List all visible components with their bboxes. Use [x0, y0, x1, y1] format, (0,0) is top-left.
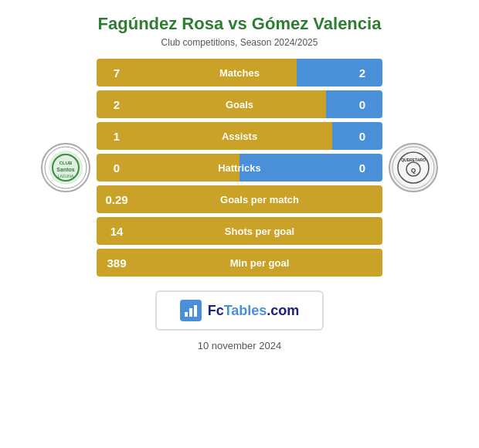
- stat-row-goals: 2 Goals 0: [97, 90, 382, 118]
- stat-row-assists: 1 Assists 0: [97, 122, 382, 150]
- stat-bar-mpg: Min per goal: [137, 249, 382, 277]
- stat-left-matches: 7: [97, 59, 137, 87]
- page: Fagúndez Rosa vs Gómez Valencia Club com…: [0, 0, 479, 448]
- fctables-text: FcTables.com: [208, 303, 300, 319]
- stat-left-assists: 1: [97, 122, 137, 150]
- match-title: Fagúndez Rosa vs Gómez Valencia: [98, 14, 382, 34]
- team-logo-right: QUERETARO Q: [382, 143, 444, 192]
- stat-label-hattricks: Hattricks: [137, 162, 342, 174]
- stat-right-assists: 0: [342, 122, 382, 150]
- stat-bar-goals: Goals: [137, 90, 342, 118]
- stat-left-goals: 2: [97, 90, 137, 118]
- svg-text:Santos: Santos: [56, 167, 74, 172]
- stats-section: CLUB Santos LAGUNA 7 Matches 2 2: [0, 59, 479, 277]
- stat-label-goals: Goals: [137, 99, 342, 110]
- stat-label-mpg: Min per goal: [137, 257, 382, 269]
- stat-right-goals: 0: [342, 90, 382, 118]
- stat-label-gpm: Goals per match: [137, 194, 382, 205]
- team-logo-left: CLUB Santos LAGUNA: [35, 143, 97, 192]
- svg-text:QUERETARO: QUERETARO: [401, 158, 426, 162]
- svg-text:CLUB: CLUB: [59, 161, 73, 165]
- stat-bar-hattricks: Hattricks: [137, 154, 342, 182]
- fctables-icon: [180, 300, 202, 321]
- stat-bar-spg: Shots per goal: [137, 217, 382, 245]
- svg-text:Q: Q: [411, 167, 416, 174]
- svg-text:LAGUNA: LAGUNA: [58, 174, 74, 178]
- stat-label-spg: Shots per goal: [137, 226, 382, 237]
- stat-row-gpm: 0.29 Goals per match: [97, 185, 382, 213]
- stat-left-hattricks: 0: [97, 154, 137, 182]
- stat-label-assists: Assists: [137, 131, 342, 142]
- santos-logo-svg: CLUB Santos LAGUNA: [44, 146, 87, 189]
- fctables-logo-icon: [183, 303, 199, 318]
- stat-left-gpm: 0.29: [97, 185, 137, 213]
- stat-right-hattricks: 0: [342, 154, 382, 182]
- stat-right-matches: 2: [342, 59, 382, 87]
- stat-bar-assists: Assists: [137, 122, 342, 150]
- stat-bar-matches: Matches: [137, 59, 342, 87]
- stat-row-matches: 7 Matches 2: [97, 59, 382, 87]
- stat-label-matches: Matches: [137, 67, 342, 79]
- stat-row-hattricks: 0 Hattricks 0: [97, 154, 382, 182]
- stat-left-spg: 14: [97, 217, 137, 245]
- stats-rows: 7 Matches 2 2 Goals 0 1 Assist: [97, 59, 382, 277]
- stat-bar-gpm: Goals per match: [137, 185, 382, 213]
- footer-date: 10 november 2024: [198, 340, 281, 351]
- svg-rect-12: [189, 308, 192, 317]
- stat-row-spg: 14 Shots per goal: [97, 217, 382, 245]
- stat-row-mpg: 389 Min per goal: [97, 249, 382, 277]
- queretaro-logo: QUERETARO Q: [389, 143, 438, 192]
- match-subtitle: Club competitions, Season 2024/2025: [161, 37, 318, 48]
- svg-rect-13: [194, 305, 197, 317]
- queretaro-logo-svg: QUERETARO Q: [392, 146, 435, 189]
- santos-logo: CLUB Santos LAGUNA: [41, 143, 90, 192]
- stat-left-mpg: 389: [97, 249, 137, 277]
- fctables-banner: FcTables.com: [155, 290, 324, 331]
- svg-rect-11: [185, 312, 188, 317]
